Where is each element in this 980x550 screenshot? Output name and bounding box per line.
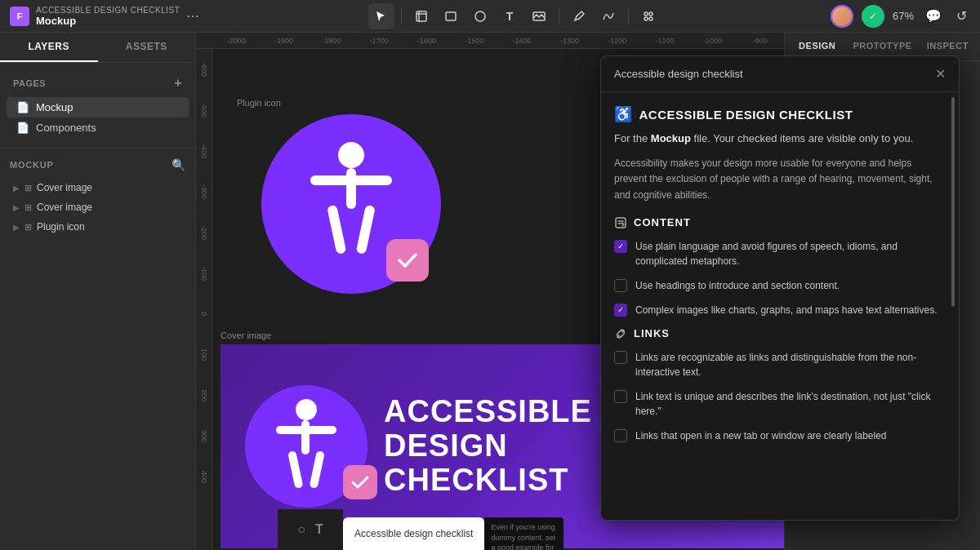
user-avatar-2: ✓ (862, 5, 884, 28)
pen-tool[interactable] (566, 3, 592, 29)
ruler-mark-6: -1500 (451, 37, 498, 45)
svg-point-15 (296, 399, 317, 420)
mini-checklist-title: Accessible design checklist (354, 528, 473, 539)
layer-frame-icon-3: ⊞ (24, 222, 32, 233)
checkbox-content-2[interactable] (614, 279, 627, 292)
toolbar-separator-1 (401, 8, 402, 24)
layer-label-3: Plugin icon (37, 221, 189, 233)
links-item-3-text: Links that open in a new tab or window a… (635, 428, 887, 443)
text-tool[interactable]: T (497, 3, 523, 29)
links-section-icon (614, 327, 627, 340)
ruler-mark-7: -1400 (498, 37, 546, 45)
curve-tool[interactable] (595, 3, 621, 29)
ellipse-tool[interactable] (467, 3, 493, 29)
content-item-3-text: Complex images like charts, graphs, and … (635, 303, 938, 317)
content-section-header: CONTENT (614, 216, 946, 229)
svg-rect-18 (287, 450, 303, 489)
cover-icon-area (245, 385, 368, 508)
history-icon[interactable]: ↺ (953, 5, 970, 27)
content-item-1-text: Use plain language and avoid figures of … (635, 239, 946, 268)
layer-chevron-2: ▶ (13, 203, 20, 212)
svg-rect-11 (346, 168, 356, 209)
layer-chevron-3: ▶ (13, 223, 20, 232)
tab-assets[interactable]: ASSETS (98, 33, 196, 62)
rectangle-tool[interactable] (438, 3, 464, 29)
cover-title-line2: DESIGN (384, 429, 592, 464)
mini-content-text: Even if you're using dummy content, set … (491, 522, 557, 550)
pages-label: PAGES (13, 78, 46, 88)
checklist-panel: Accessible design checklist ✕ ♿ ACCESSIB… (600, 55, 960, 521)
page-item-mockup[interactable]: 📄 Mockup (7, 97, 189, 118)
ruler-mark-12: -900 (737, 37, 784, 45)
checkbox-content-1[interactable] (614, 240, 627, 253)
ruler-mark-1: -2000 (212, 37, 260, 45)
checklist-panel-header: Accessible design checklist ✕ (601, 56, 959, 92)
svg-rect-16 (301, 420, 310, 455)
app-menu-button[interactable]: ⋯ (186, 8, 199, 24)
cover-title-line1: ACCESSIBLE (384, 395, 592, 429)
top-bar: F ACCESSIBLE DESIGN CHECKLIST Mockup ⋯ T (0, 0, 980, 33)
links-section-header: LINKS (614, 327, 946, 340)
checkbox-links-1[interactable] (614, 351, 627, 364)
checklist-close-button[interactable]: ✕ (935, 66, 946, 82)
ruler-mark-2: -1900 (260, 37, 307, 45)
comments-icon[interactable]: 💬 (922, 5, 945, 27)
svg-point-8 (644, 17, 648, 20)
layers-header: MOCKUP 🔍 (0, 152, 195, 178)
scrollbar-thumb[interactable] (951, 97, 955, 307)
toolbar: T (368, 3, 662, 29)
mini-checklist-card: Accessible design checklist (343, 517, 484, 550)
tab-layers[interactable]: LAYERS (0, 33, 98, 62)
svg-rect-17 (276, 426, 336, 434)
cover-title-area: ACCESSIBLE DESIGN CHECKLIST (384, 395, 592, 497)
svg-rect-20 (616, 218, 626, 228)
page-name-mockup: Mockup (36, 101, 74, 113)
layer-frame-icon-2: ⊞ (24, 202, 32, 213)
layer-cover-image-2[interactable]: ▶ ⊞ Cover image (0, 197, 195, 217)
svg-point-7 (649, 12, 653, 16)
svg-rect-19 (310, 450, 325, 489)
sidebar-divider (0, 148, 195, 149)
sidebar-tabs: LAYERS ASSETS (0, 33, 195, 63)
links-item-2: Link text is unique and describes the li… (614, 389, 946, 419)
svg-rect-3 (446, 12, 456, 20)
layer-cover-image-1[interactable]: ▶ ⊞ Cover image (0, 178, 195, 197)
layer-plugin-icon[interactable]: ▶ ⊞ Plugin icon (0, 217, 195, 237)
scrollbar-track (951, 97, 956, 517)
content-section-title: CONTENT (634, 216, 691, 228)
app-name: ACCESSIBLE DESIGN CHECKLIST (36, 6, 180, 15)
plugins-tool[interactable] (635, 3, 662, 29)
add-page-button[interactable]: + (174, 76, 182, 91)
checkbox-links-3[interactable] (614, 429, 627, 442)
checklist-main-title-text: ACCESSIBLE DESIGN CHECKLIST (639, 108, 853, 122)
ruler-mark-9: -1200 (594, 37, 641, 45)
bottom-preview-strip: ○ T Accessible design checklist Even if … (278, 509, 564, 550)
page-item-components[interactable]: 📄 Components (7, 118, 189, 138)
accessibility-figure-svg (302, 139, 400, 269)
content-item-2: Use headings to introduce and section co… (614, 278, 946, 293)
search-layers-button[interactable]: 🔍 (172, 158, 185, 171)
app-title: ACCESSIBLE DESIGN CHECKLIST Mockup (36, 6, 180, 27)
svg-point-10 (338, 142, 364, 168)
content-item-1: Use plain language and avoid figures of … (614, 239, 946, 268)
sidebar: LAYERS ASSETS PAGES + 📄 Mockup 📄 Compone… (0, 33, 196, 550)
pages-section: PAGES + 📄 Mockup 📄 Components (0, 63, 195, 144)
zoom-level[interactable]: 67% (893, 10, 914, 22)
ruler-marks-horizontal: -2000 -1900 -1800 -1700 -1600 -1500 -140… (196, 37, 784, 45)
checkbox-content-3[interactable] (614, 304, 627, 317)
plugin-icon-frame (237, 114, 466, 318)
check-icon-svg (396, 249, 419, 272)
checkbox-links-2[interactable] (614, 390, 627, 403)
frame-tool[interactable] (408, 3, 434, 29)
text-tool-bottom[interactable]: T (315, 522, 323, 537)
cover-image-label: Cover image (220, 330, 271, 340)
ruler-left: -600 -500 -400 -300 -200 -100 0 100 200 … (196, 49, 212, 550)
select-tool[interactable] (368, 3, 394, 29)
links-item-1: Links are recognizable as links and dist… (614, 350, 946, 379)
image-tool[interactable] (526, 3, 552, 29)
circle-tool-bottom[interactable]: ○ (297, 522, 305, 537)
pages-header[interactable]: PAGES + (7, 73, 189, 94)
accessibility-main-icon: ♿ (614, 105, 633, 123)
svg-rect-0 (416, 11, 426, 21)
page-name-components: Components (36, 122, 96, 134)
